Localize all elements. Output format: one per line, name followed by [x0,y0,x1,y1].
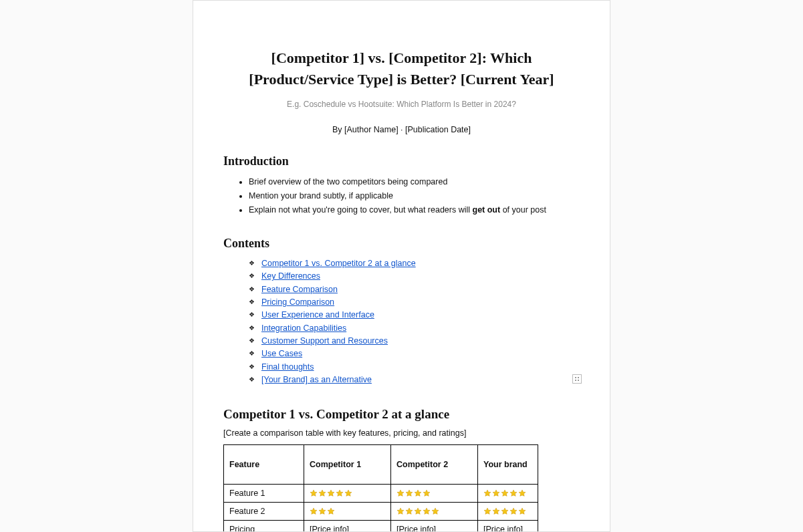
star-icon [336,489,344,497]
star-icon [483,507,491,515]
table-header-row: Feature Competitor 1 Competitor 2 Your b… [224,444,538,484]
star-icon [509,489,518,497]
toc-link-customer-support[interactable]: Customer Support and Resources [261,336,388,346]
star-icon [396,507,405,515]
table-header-competitor-1: Competitor 1 [304,444,391,484]
toc-link-feature-comparison[interactable]: Feature Comparison [261,285,338,294]
intro-bullets: Brief overview of the two competitors be… [237,175,580,217]
intro-bullet-1: Brief overview of the two competitors be… [249,175,580,188]
cell-stars [304,502,391,520]
cell-stars [478,484,538,502]
star-icon [492,489,500,497]
star-icon [310,507,318,515]
star-icon [414,507,422,515]
toc-link-pricing-comparison[interactable]: Pricing Comparison [261,297,334,307]
star-icon [431,507,439,515]
intro-heading: Introduction [223,154,580,168]
star-icon [423,507,431,515]
star-icon [396,489,405,497]
star-icon [405,489,413,497]
cell-stars [391,484,478,502]
star-icon [423,489,431,497]
cell-text: [Price info] [478,520,538,532]
table-header-your-brand: Your brand [478,444,538,484]
star-icon [492,507,500,515]
star-icon [327,507,335,515]
page-subtitle: E.g. Coschedule vs Hootsuite: Which Plat… [223,100,580,109]
glance-heading: Competitor 1 vs. Competitor 2 at a glanc… [223,407,580,422]
toc-link-ux-interface[interactable]: User Experience and Interface [261,310,374,319]
row-label: Feature 1 [224,484,304,502]
table-row: Feature 2 [224,502,538,520]
star-icon [501,507,509,515]
cell-stars [478,502,538,520]
contents-heading: Contents [223,237,580,251]
star-icon [483,489,491,497]
toc-link-key-differences[interactable]: Key Differences [261,271,320,281]
star-icon [344,489,352,497]
star-rating [483,507,527,516]
star-icon [318,489,326,497]
title-line-1: [Competitor 1] vs. [Competitor 2]: Which [271,49,532,66]
table-row: Pricing [Price info] [Price info] [Price… [224,520,538,532]
toc-link-integration-capabilities[interactable]: Integration Capabilities [261,323,346,333]
star-rating [310,489,353,498]
star-rating [396,507,440,516]
row-label: Pricing [224,520,304,532]
intro-bullet-3: Explain not what you're going to cover, … [249,203,580,217]
star-icon [501,489,509,497]
star-icon [405,507,413,515]
contents-list: Competitor 1 vs. Competitor 2 at a glanc… [249,257,580,387]
star-icon [518,489,526,497]
star-icon [518,507,526,515]
cell-text: [Price info] [391,520,478,532]
cell-stars [304,484,391,502]
star-icon [327,489,335,497]
star-icon [310,489,318,497]
glance-note: [Create a comparison table with key feat… [223,428,580,438]
table-header-competitor-2: Competitor 2 [391,444,478,484]
star-icon [509,507,518,515]
star-rating [310,507,336,516]
star-icon [414,489,422,497]
star-rating [396,489,431,498]
toc-link-at-a-glance[interactable]: Competitor 1 vs. Competitor 2 at a glanc… [261,259,416,268]
table-row: Feature 1 [224,484,538,502]
toc-link-use-cases[interactable]: Use Cases [261,349,302,358]
star-icon [318,507,326,515]
byline: By [Author Name] · [Publication Date] [223,125,580,134]
intro-bullet-2: Mention your brand subtly, if applicable [249,189,580,203]
comparison-table: Feature Competitor 1 Competitor 2 Your b… [223,444,538,532]
toc-link-your-brand-alternative[interactable]: [Your Brand] as an Alternative [261,375,372,384]
title-line-2: [Product/Service Type] is Better? [Curre… [249,71,554,88]
cell-text: [Price info] [304,520,391,532]
table-drag-handle-icon[interactable] [572,374,582,384]
cell-stars [391,502,478,520]
table-header-feature: Feature [224,444,304,484]
page-title: [Competitor 1] vs. [Competitor 2]: Which… [223,47,580,90]
row-label: Feature 2 [224,502,304,520]
star-rating [483,489,527,498]
toc-link-final-thoughts[interactable]: Final thoughts [261,362,314,372]
document-page: [Competitor 1] vs. [Competitor 2]: Which… [193,0,610,532]
